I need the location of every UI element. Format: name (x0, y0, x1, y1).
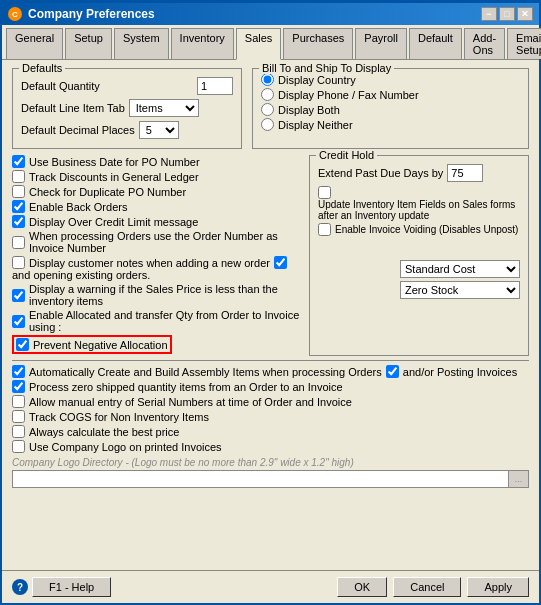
top-sections-row: Defaults Default Quantity Default Line I… (12, 68, 529, 149)
check-business-date-input[interactable] (12, 155, 25, 168)
check-sales-warning: Display a warning if the Sales Price is … (12, 283, 305, 307)
check-track-cogs-input[interactable] (12, 410, 25, 423)
logo-dir-row: ... (12, 470, 529, 488)
default-decimal-label: Default Decimal Places (21, 124, 135, 136)
check-duplicate-po: Check for Duplicate PO Number (12, 185, 305, 198)
default-line-item-select[interactable]: Items (129, 99, 199, 117)
check-company-logo: Use Company Logo on printed Invoices (12, 440, 529, 453)
check-company-logo-label: Use Company Logo on printed Invoices (29, 441, 222, 453)
tab-default[interactable]: Default (409, 28, 462, 59)
defaults-title: Defaults (19, 62, 65, 74)
radio-display-both-input[interactable] (261, 103, 274, 116)
check-prevent-negative-input[interactable] (16, 338, 29, 351)
tab-addons[interactable]: Add-Ons (464, 28, 505, 59)
default-quantity-input[interactable] (197, 77, 233, 95)
default-line-item-label: Default Line Item Tab (21, 102, 125, 114)
check-best-price: Always calculate the best price (12, 425, 529, 438)
footer-help: ? F1 - Help (12, 577, 111, 597)
check-duplicate-po-input[interactable] (12, 185, 25, 198)
check-enable-allocated-label: Enable Allocated and transfer Qty from O… (29, 309, 305, 333)
left-checkboxes: Use Business Date for PO Number Track Di… (12, 155, 305, 356)
check-enable-invoice-voiding-label: Enable Invoice Voiding (Disables Unpost) (335, 224, 518, 235)
default-line-item-row: Default Line Item Tab Items (21, 99, 233, 117)
title-bar-buttons: − □ ✕ (481, 7, 533, 21)
check-posting-invoices-input[interactable] (386, 365, 399, 378)
check-opening-existing-label: and opening existing orders. (12, 269, 150, 281)
credit-hold-title: Credit Hold (316, 149, 377, 161)
extend-past-due-row: Extend Past Due Days by (318, 164, 520, 182)
check-track-cogs-label: Track COGS for Non Inventory Items (29, 411, 209, 423)
main-content: Defaults Default Quantity Default Line I… (2, 60, 539, 570)
tab-purchases[interactable]: Purchases (283, 28, 353, 59)
tab-sales[interactable]: Sales (236, 28, 282, 60)
check-prevent-negative: Prevent Negative Allocation (12, 335, 305, 354)
ok-button[interactable]: OK (337, 577, 387, 597)
tab-general[interactable]: General (6, 28, 63, 59)
tab-inventory[interactable]: Inventory (171, 28, 234, 59)
check-over-credit-input[interactable] (12, 215, 25, 228)
title-bar: C Company Preferences − □ ✕ (2, 3, 539, 25)
check-order-number: When processing Orders use the Order Num… (12, 230, 305, 254)
check-process-zero-shipped-label: Process zero shipped quantity items from… (29, 381, 343, 393)
tabs-bar: General Setup System Inventory Sales Pur… (2, 25, 539, 60)
radio-display-phone: Display Phone / Fax Number (261, 88, 520, 101)
footer: ? F1 - Help OK Cancel Apply (2, 570, 539, 603)
radio-display-phone-input[interactable] (261, 88, 274, 101)
check-over-credit-label: Display Over Credit Limit message (29, 216, 198, 228)
default-quantity-label: Default Quantity (21, 80, 193, 92)
check-best-price-label: Always calculate the best price (29, 426, 179, 438)
check-opening-existing-input[interactable] (274, 256, 287, 269)
tab-system[interactable]: System (114, 28, 169, 59)
logo-browse-button[interactable]: ... (509, 470, 529, 488)
check-back-orders-input[interactable] (12, 200, 25, 213)
check-sales-warning-input[interactable] (12, 289, 25, 302)
help-button[interactable]: F1 - Help (32, 577, 111, 597)
bottom-checkboxes-section: Automatically Create and Build Assembly … (12, 360, 529, 453)
middle-section: Use Business Date for PO Number Track Di… (12, 155, 529, 356)
check-posting-invoices-label: and/or Posting Invoices (403, 366, 517, 378)
restore-button[interactable]: □ (499, 7, 515, 21)
check-update-inventory-input[interactable] (318, 186, 331, 199)
check-serial-numbers-input[interactable] (12, 395, 25, 408)
check-serial-numbers-label: Allow manual entry of Serial Numbers at … (29, 396, 352, 408)
check-enable-allocated-input[interactable] (12, 315, 25, 328)
tab-emailsetup[interactable]: Email Setup (507, 28, 541, 59)
credit-hold-section: Credit Hold Extend Past Due Days by Upda… (309, 155, 529, 356)
bill-to-title: Bill To and Ship To Display (259, 62, 394, 74)
check-back-orders-label: Enable Back Orders (29, 201, 127, 213)
prevent-negative-highlight: Prevent Negative Allocation (12, 335, 172, 354)
close-button[interactable]: ✕ (517, 7, 533, 21)
check-process-zero-shipped-input[interactable] (12, 380, 25, 393)
check-enable-invoice-voiding: Enable Invoice Voiding (Disables Unpost) (318, 223, 520, 236)
check-customer-notes-input[interactable] (12, 256, 25, 269)
check-enable-allocated: Enable Allocated and transfer Qty from O… (12, 309, 305, 333)
radio-display-both: Display Both (261, 103, 520, 116)
check-enable-invoice-voiding-input[interactable] (318, 223, 331, 236)
check-order-number-input[interactable] (12, 236, 25, 249)
cancel-button[interactable]: Cancel (393, 577, 461, 597)
tab-payroll[interactable]: Payroll (355, 28, 407, 59)
check-track-discounts-input[interactable] (12, 170, 25, 183)
apply-button[interactable]: Apply (467, 577, 529, 597)
logo-directory-input[interactable] (12, 470, 509, 488)
bill-to-section: Bill To and Ship To Display Display Coun… (252, 68, 529, 149)
radio-display-both-label: Display Both (278, 104, 340, 116)
radio-display-country: Display Country (261, 73, 520, 86)
check-company-logo-input[interactable] (12, 440, 25, 453)
standard-cost-select[interactable]: Standard Cost Last Cost Avg Cost (400, 260, 520, 278)
check-track-discounts-label: Track Discounts in General Ledger (29, 171, 199, 183)
radio-display-country-input[interactable] (261, 73, 274, 86)
radio-display-neither-input[interactable] (261, 118, 274, 131)
default-decimal-select[interactable]: 5 (139, 121, 179, 139)
tab-setup[interactable]: Setup (65, 28, 112, 59)
check-assembly-items-input[interactable] (12, 365, 25, 378)
extend-past-due-input[interactable] (447, 164, 483, 182)
defaults-section: Defaults Default Quantity Default Line I… (12, 68, 242, 149)
radio-display-neither-label: Display Neither (278, 119, 353, 131)
check-update-inventory: Update Inventory Item Fields on Sales fo… (318, 186, 520, 221)
radio-display-country-label: Display Country (278, 74, 356, 86)
zero-stock-select[interactable]: Zero Stock Allow Negative (400, 281, 520, 299)
minimize-button[interactable]: − (481, 7, 497, 21)
check-best-price-input[interactable] (12, 425, 25, 438)
radio-display-neither: Display Neither (261, 118, 520, 131)
